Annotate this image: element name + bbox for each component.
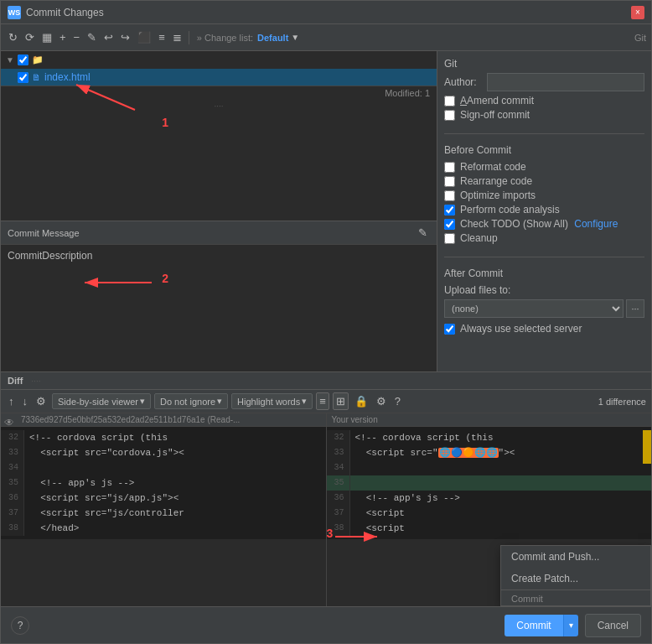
diff-line-36-left: 36 <script src="js/app.js">< — [1, 491, 326, 506]
perform-checkbox[interactable] — [444, 205, 455, 216]
toolbar-btn-block[interactable]: ⬛ — [135, 29, 153, 45]
tree-root-checkbox[interactable] — [18, 55, 28, 65]
toolbar-btn-list2[interactable]: ≣ — [170, 29, 184, 45]
amend-commit-label: AAmend commit — [460, 95, 534, 106]
commit-message-textarea[interactable]: CommitDescription — [1, 245, 437, 371]
optimize-checkbox[interactable] — [444, 190, 455, 201]
diff-line-34-left: 34 — [1, 460, 326, 475]
diff-nav-up[interactable]: ↑ — [6, 393, 17, 409]
line-content-38-left: </head> — [24, 521, 84, 536]
toolbar-btn-list1[interactable]: ≡ — [156, 29, 168, 45]
file-tree-row[interactable]: 🗎 index.html — [1, 69, 437, 86]
perform-row: Perform code analysis — [444, 204, 644, 216]
commit-button[interactable]: Commit — [505, 615, 562, 636]
diff-line-36-right: 36 <!-- app's js --> — [327, 491, 652, 506]
diff-nav-down[interactable]: ↓ — [20, 393, 31, 409]
title-bar: WS Commit Changes × — [1, 1, 651, 24]
configure-link[interactable]: Configure — [574, 218, 618, 230]
reformat-checkbox[interactable] — [444, 162, 455, 173]
toolbar-btn-redo[interactable]: ↪ — [118, 29, 132, 45]
line-num-37-left: 37 — [1, 506, 24, 521]
line-content-36-right: <!-- app's js --> — [350, 491, 465, 506]
diff-gear-icon[interactable]: ⚙ — [374, 393, 389, 409]
diff-line-37-left: 37 <script src="js/controller — [1, 506, 326, 521]
toolbar-btn-refresh[interactable]: ↻ — [6, 29, 20, 45]
diff-highlight-label: Highlight words — [237, 397, 300, 407]
line-content-34-right — [350, 460, 360, 475]
amend-commit-row: AAmend commit — [444, 95, 644, 106]
diff-section: Diff ···· ↑ ↓ ⚙ Side-by-side viewer ▾ Do… — [1, 371, 651, 606]
file-tree: ▼ 📁 🗎 index.html — [1, 51, 437, 221]
check-todo-label: Check TODO (Show All) Configure — [460, 218, 618, 230]
diff-settings-icon[interactable]: ⚙ — [34, 393, 49, 409]
window-title: Commit Changes — [26, 7, 104, 18]
diff-line-38-left: 38 </head> — [1, 521, 326, 536]
toolbar-btn-undo[interactable]: ↩ — [101, 29, 116, 45]
upload-extra-btn[interactable]: ··· — [626, 299, 644, 318]
diff-resize-handle[interactable]: ···· — [28, 377, 44, 386]
signoff-commit-checkbox[interactable] — [444, 110, 455, 121]
main-content: ▼ 📁 🗎 index.html — [1, 51, 651, 371]
diff-viewer-arrow: ▾ — [140, 396, 145, 407]
amend-commit-checkbox[interactable] — [444, 96, 455, 106]
tree-expand-icon[interactable]: ▼ — [6, 55, 14, 65]
author-input[interactable] — [487, 73, 644, 91]
diff-highlight-arrow: ▾ — [302, 396, 307, 407]
diff-line-33-right: 33 <script src="🌐🔵🟠🌐🌐">< — [327, 445, 652, 460]
cancel-button[interactable]: Cancel — [585, 614, 641, 637]
always-use-server-checkbox[interactable] — [444, 324, 455, 335]
signoff-commit-label: Sign-off commit — [460, 109, 530, 121]
diff-ignore-btn[interactable]: Do not ignore ▾ — [154, 393, 228, 409]
commit-and-push-item[interactable]: Commit and Push... — [501, 546, 650, 568]
upload-dropdown[interactable]: (none) — [444, 299, 624, 318]
toolbar-btn-add[interactable]: + — [57, 29, 69, 45]
toolbar-btn-grid[interactable]: ▦ — [39, 29, 54, 45]
help-button[interactable]: ? — [11, 616, 29, 635]
diff-right-version: Your version — [327, 413, 652, 427]
main-toolbar: ↻ ⟳ ▦ + − ✎ ↩ ↪ ⬛ ≡ ≣ » Change list: Def… — [1, 24, 651, 51]
toolbar-btn-edit[interactable]: ✎ — [85, 29, 99, 45]
title-bar-left: WS Commit Changes — [8, 6, 104, 19]
diff-ignore-arrow: ▾ — [217, 396, 222, 407]
changelist-dropdown-icon[interactable]: ▼ — [291, 33, 299, 42]
diff-toggle-1[interactable]: ≡ — [316, 392, 329, 410]
diff-line-37-right: 37 <script — [327, 506, 652, 521]
diff-lock-icon[interactable]: 🔒 — [352, 393, 370, 409]
optimize-label: Optimize imports — [460, 190, 536, 201]
close-button[interactable]: × — [631, 6, 644, 19]
line-num-36-right: 36 — [327, 491, 350, 506]
toolbar-separator — [189, 31, 189, 44]
rearrange-checkbox[interactable] — [444, 176, 455, 187]
check-todo-checkbox[interactable] — [444, 219, 455, 230]
changelist-name: Default — [257, 33, 288, 43]
git-section-title: Git — [444, 58, 644, 70]
rearrange-row: Rearrange code — [444, 175, 644, 187]
cleanup-checkbox[interactable] — [444, 233, 455, 244]
tree-resize-handle[interactable]: ···· — [1, 100, 437, 112]
diff-title: Diff — [8, 376, 23, 386]
create-patch-item[interactable]: Create Patch... — [501, 568, 650, 589]
main-window: WS Commit Changes × ↻ ⟳ ▦ + − ✎ ↩ ↪ ⬛ ≡ … — [0, 0, 652, 644]
always-use-server-row: Always use selected server — [444, 323, 644, 335]
reformat-row: Reformat code — [444, 161, 644, 173]
diff-help-icon[interactable]: ? — [392, 393, 403, 409]
git-label: Git — [634, 33, 646, 43]
diff-viewer-btn[interactable]: Side-by-side viewer ▾ — [52, 393, 151, 409]
diff-highlight-btn[interactable]: Highlight words ▾ — [231, 393, 313, 409]
toolbar-btn-remove[interactable]: − — [71, 29, 83, 45]
html-file-icon: 🗎 — [32, 72, 41, 82]
commit-dropdown-arrow[interactable]: ▾ — [563, 615, 578, 636]
bottom-right-buttons: Commit ▾ Cancel — [505, 614, 641, 637]
diff-left-side: 👁 7336ed927d5e0bbf25a532ed2ad2e511b1d76a… — [1, 413, 326, 606]
diff-viewer-label: Side-by-side viewer — [58, 397, 138, 407]
file-checkbox[interactable] — [18, 72, 28, 83]
toolbar-btn-sync[interactable]: ⟳ — [23, 29, 37, 45]
diff-line-38-right: 38 <script — [327, 521, 652, 536]
folder-icon: 📁 — [32, 55, 44, 65]
file-name: index.html — [44, 71, 91, 83]
diff-toggle-2[interactable]: ⊞ — [333, 392, 349, 410]
diff-line-32-right: 32 <!-- cordova script (this — [327, 430, 652, 445]
commit-message-edit-icon[interactable]: ✎ — [416, 225, 430, 241]
commit-message-body: CommitDescription 2 — [1, 245, 437, 371]
eye-icon[interactable]: 👁 — [1, 415, 18, 430]
